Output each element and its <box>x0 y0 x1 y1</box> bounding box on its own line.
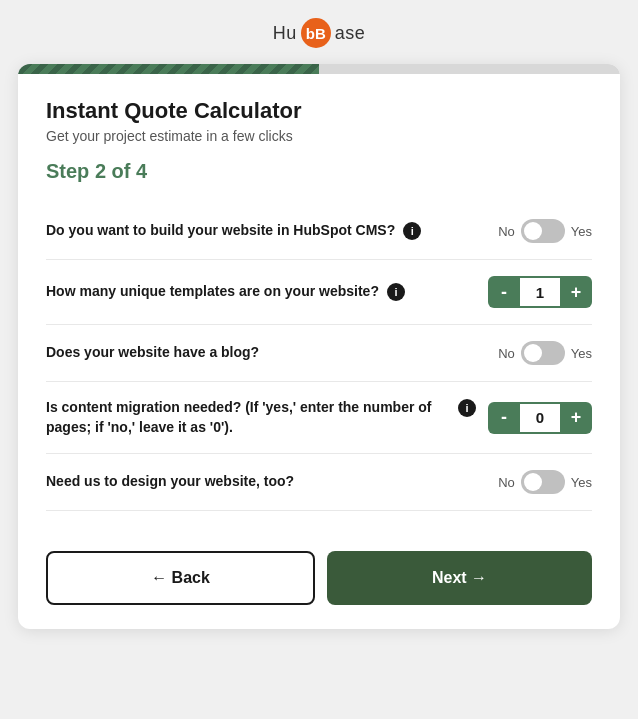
question-row-2: How many unique templates are on your we… <box>46 260 592 325</box>
question-right-5: NoYes <box>498 470 592 494</box>
question-left-1: Do you want to build your website in Hub… <box>46 221 486 241</box>
question-text-3: Does your website have a blog? <box>46 343 259 363</box>
toggle-yes-label-1: Yes <box>571 224 592 239</box>
card: Instant Quote Calculator Get your projec… <box>18 64 620 629</box>
question-right-4: -0+ <box>488 402 592 434</box>
question-right-1: NoYes <box>498 219 592 243</box>
back-button[interactable]: ← Back <box>46 551 315 605</box>
progress-bar-container <box>18 64 620 74</box>
question-left-5: Need us to design your website, too? <box>46 472 486 492</box>
next-button[interactable]: Next → <box>327 551 592 605</box>
question-right-3: NoYes <box>498 341 592 365</box>
question-row-5: Need us to design your website, too?NoYe… <box>46 454 592 511</box>
info-icon-1[interactable]: i <box>403 222 421 240</box>
question-text-4: Is content migration needed? (If 'yes,' … <box>46 398 450 437</box>
stepper-2: -1+ <box>488 276 592 308</box>
stepper-plus-2[interactable]: + <box>560 276 592 308</box>
question-left-4: Is content migration needed? (If 'yes,' … <box>46 398 476 437</box>
card-body: Instant Quote Calculator Get your projec… <box>18 74 620 531</box>
stepper-plus-4[interactable]: + <box>560 402 592 434</box>
toggle-switch-5[interactable] <box>521 470 565 494</box>
question-right-2: -1+ <box>488 276 592 308</box>
question-text-1: Do you want to build your website in Hub… <box>46 221 395 241</box>
card-title: Instant Quote Calculator <box>46 98 592 124</box>
toggle-yes-label-3: Yes <box>571 346 592 361</box>
toggle-no-label-3: No <box>498 346 515 361</box>
stepper-minus-4[interactable]: - <box>488 402 520 434</box>
toggle-no-label-5: No <box>498 475 515 490</box>
toggle-switch-1[interactable] <box>521 219 565 243</box>
question-text-5: Need us to design your website, too? <box>46 472 294 492</box>
question-row-4: Is content migration needed? (If 'yes,' … <box>46 382 592 454</box>
logo-badge: bB <box>301 18 331 48</box>
stepper-value-2: 1 <box>520 276 560 308</box>
stepper-minus-2[interactable]: - <box>488 276 520 308</box>
logo: Hu bB ase <box>273 18 366 48</box>
question-row-1: Do you want to build your website in Hub… <box>46 203 592 260</box>
stepper-value-4: 0 <box>520 402 560 434</box>
toggle-slider-5 <box>521 470 565 494</box>
info-icon-2[interactable]: i <box>387 283 405 301</box>
progress-bar-fill <box>18 64 319 74</box>
card-footer: ← Back Next → <box>18 531 620 629</box>
toggle-switch-3[interactable] <box>521 341 565 365</box>
question-left-3: Does your website have a blog? <box>46 343 486 363</box>
toggle-slider-3 <box>521 341 565 365</box>
card-subtitle: Get your project estimate in a few click… <box>46 128 592 144</box>
question-left-2: How many unique templates are on your we… <box>46 282 476 302</box>
question-row-3: Does your website have a blog?NoYes <box>46 325 592 382</box>
toggle-no-label-1: No <box>498 224 515 239</box>
toggle-slider-1 <box>521 219 565 243</box>
logo-suffix: ase <box>335 23 366 44</box>
question-text-2: How many unique templates are on your we… <box>46 282 379 302</box>
questions-container: Do you want to build your website in Hub… <box>46 203 592 511</box>
logo-prefix: Hu <box>273 23 297 44</box>
toggle-yes-label-5: Yes <box>571 475 592 490</box>
step-label: Step 2 of 4 <box>46 160 592 183</box>
info-icon-4[interactable]: i <box>458 399 476 417</box>
stepper-4: -0+ <box>488 402 592 434</box>
